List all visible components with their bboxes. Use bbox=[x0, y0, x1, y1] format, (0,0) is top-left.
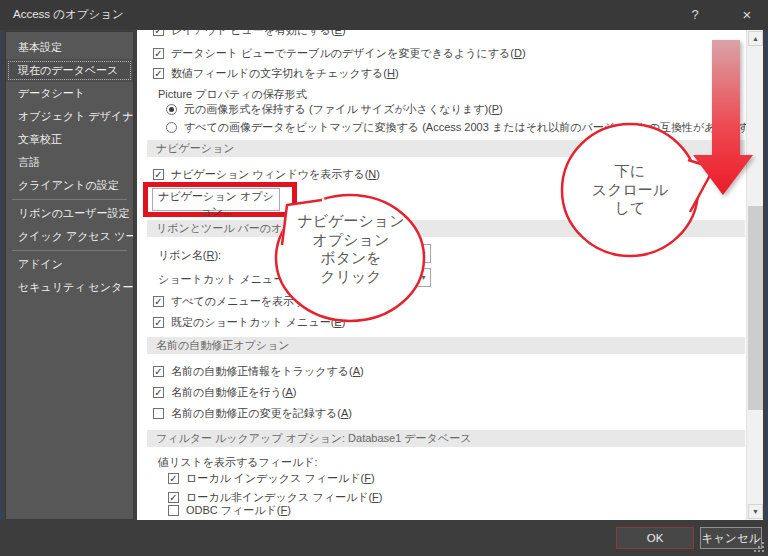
checkbox-row: ✓名前の自動修正を行う(A) bbox=[153, 384, 296, 400]
sidebar-item[interactable]: オブジェクト デザイナー bbox=[6, 105, 133, 128]
scroll-callout-text: 下にスクロールして bbox=[570, 162, 690, 218]
callout-line: クリック bbox=[292, 268, 410, 287]
radio-row: 元の画像形式を保持する (ファイル サイズが小さくなります)(P) bbox=[166, 101, 503, 117]
callout-line: オプション bbox=[292, 231, 410, 250]
label-row: Picture プロパティの保存形式 bbox=[158, 86, 307, 102]
checkbox-label: ODBC フィールド(F) bbox=[186, 503, 291, 518]
sidebar-item[interactable]: 文章校正 bbox=[6, 128, 133, 151]
checkbox-label: レイアウト ビューを有効にする(E) bbox=[171, 30, 346, 38]
sidebar-item[interactable]: 現在のデータベース bbox=[6, 59, 133, 82]
close-icon[interactable]: × bbox=[732, 0, 762, 29]
label-row: 値リストを表示するフィールド: bbox=[158, 454, 318, 470]
checkbox[interactable]: ✓ bbox=[153, 48, 164, 59]
checkbox[interactable] bbox=[153, 408, 164, 419]
sidebar-item[interactable]: アドイン bbox=[6, 253, 133, 276]
combo-row: リボン名(R):▼ bbox=[158, 246, 221, 265]
static-label: 値リストを表示するフィールド: bbox=[158, 455, 318, 470]
sidebar-group-separator bbox=[12, 250, 127, 251]
sidebar-item[interactable]: データシート bbox=[6, 82, 133, 105]
checkbox[interactable]: ✓ bbox=[153, 169, 164, 180]
dialog-footer: OK キャンセル bbox=[0, 520, 768, 556]
checkbox[interactable] bbox=[168, 505, 179, 516]
navigation-options-button[interactable]: ナビゲーション オプション... bbox=[152, 188, 280, 211]
checkbox-label: データシート ビューでテーブルのデザインを変更できるようにする(D) bbox=[171, 46, 526, 61]
ok-button[interactable]: OK bbox=[616, 527, 694, 549]
checkbox-row: 名前の自動修正の変更を記録する(A) bbox=[153, 405, 352, 421]
checkbox-label: 数値フィールドの文字切れをチェックする(H) bbox=[171, 66, 399, 81]
category-sidebar: 基本設定現在のデータベースデータシートオブジェクト デザイナー文章校正言語クライ… bbox=[5, 31, 134, 520]
sidebar-item[interactable]: クライアントの設定 bbox=[6, 174, 133, 197]
checkbox[interactable]: ✓ bbox=[153, 296, 164, 307]
scrollbar-thumb[interactable] bbox=[748, 206, 763, 410]
section-header: フィルター ルックアップ オプション: Database1 データベース bbox=[147, 430, 745, 447]
checkbox-label: ナビゲーション ウィンドウを表示する(N) bbox=[171, 167, 380, 182]
sidebar-group-separator bbox=[12, 199, 127, 200]
sidebar-item[interactable]: セキュリティ センター bbox=[6, 276, 133, 299]
sidebar-item[interactable]: 基本設定 bbox=[6, 36, 133, 59]
combo-label: リボン名(R): bbox=[158, 248, 221, 263]
scrollbar-down-icon[interactable]: ▼ bbox=[748, 504, 763, 519]
checkbox-label: 名前の自動修正の変更を記録する(A) bbox=[171, 406, 352, 421]
checkbox[interactable]: ✓ bbox=[153, 387, 164, 398]
static-label: Picture プロパティの保存形式 bbox=[158, 87, 307, 102]
sidebar-item[interactable]: 言語 bbox=[6, 151, 133, 174]
radio-button[interactable] bbox=[166, 122, 177, 133]
title-bar: Access のオプション ? × bbox=[0, 0, 768, 30]
resize-grip-icon[interactable] bbox=[754, 542, 765, 553]
checkbox-label: ローカル インデックス フィールド(F) bbox=[186, 471, 375, 486]
access-options-dialog: Access のオプション ? × 基本設定現在のデータベースデータシートオブジ… bbox=[0, 0, 768, 556]
callout-line: 下に bbox=[570, 162, 690, 181]
callout-line: スクロール bbox=[570, 181, 690, 200]
checkbox-label: 名前の自動修正情報をトラックする(A) bbox=[171, 364, 364, 379]
checkbox-label: 名前の自動修正を行う(A) bbox=[171, 385, 296, 400]
checkbox[interactable]: ✓ bbox=[153, 317, 164, 328]
nav-callout-text: ナビゲーションオプションボタンをクリック bbox=[292, 212, 410, 286]
callout-line: して bbox=[570, 199, 690, 218]
radio-label: 元の画像形式を保持する (ファイル サイズが小さくなります)(P) bbox=[184, 102, 503, 117]
checkbox[interactable]: ✓ bbox=[168, 473, 179, 484]
checkbox[interactable]: ✓ bbox=[153, 366, 164, 377]
cancel-button[interactable]: キャンセル bbox=[700, 527, 762, 549]
dialog-title: Access のオプション bbox=[13, 0, 124, 29]
sidebar-item[interactable]: クイック アクセス ツール バー bbox=[6, 225, 133, 248]
help-icon[interactable]: ? bbox=[682, 0, 708, 29]
radio-button[interactable] bbox=[166, 104, 177, 115]
checkbox[interactable]: ✓ bbox=[168, 492, 179, 503]
checkbox-row: ✓名前の自動修正情報をトラックする(A) bbox=[153, 363, 364, 379]
checkbox-row: ✓数値フィールドの文字切れをチェックする(H) bbox=[153, 65, 399, 81]
checkbox-row: ✓ナビゲーション ウィンドウを表示する(N) bbox=[153, 166, 380, 182]
big-down-arrow-icon bbox=[685, 35, 760, 200]
checkbox-row: ✓レイアウト ビューを有効にする(E) bbox=[153, 30, 346, 38]
checkbox-row: ✓ローカル インデックス フィールド(F) bbox=[168, 470, 375, 486]
sidebar-item[interactable]: リボンのユーザー設定 bbox=[6, 202, 133, 225]
checkbox-row: ✓データシート ビューでテーブルのデザインを変更できるようにする(D) bbox=[153, 45, 526, 61]
callout-line: ボタンを bbox=[292, 249, 410, 268]
checkbox[interactable]: ✓ bbox=[153, 30, 164, 36]
checkbox-row: ODBC フィールド(F) bbox=[168, 502, 291, 518]
checkbox[interactable]: ✓ bbox=[153, 68, 164, 79]
callout-line: ナビゲーション bbox=[292, 212, 410, 231]
options-panel: ✓レイアウト ビューを有効にする(E)✓データシート ビューでテーブルのデザイン… bbox=[137, 30, 763, 520]
section-header: 名前の自動修正オプション bbox=[147, 337, 745, 354]
